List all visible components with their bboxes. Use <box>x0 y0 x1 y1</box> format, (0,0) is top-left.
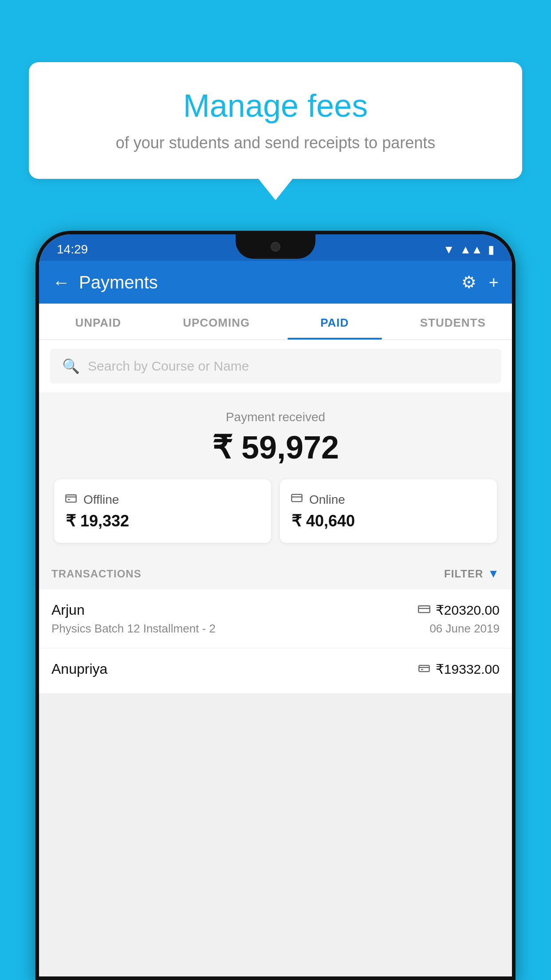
svg-rect-3 <box>419 665 429 672</box>
speech-bubble-container: Manage fees of your students and send re… <box>29 62 522 179</box>
transaction-date: 06 June 2019 <box>429 622 500 636</box>
online-amount: ₹ 40,640 <box>291 512 486 530</box>
status-icons: ▼ ▲▲ ▮ <box>443 243 494 257</box>
speech-bubble: Manage fees of your students and send re… <box>29 62 522 179</box>
background: Manage fees of your students and send re… <box>0 0 551 980</box>
wifi-icon: ▼ <box>443 243 455 257</box>
status-time: 14:29 <box>57 242 88 257</box>
tab-paid[interactable]: PAID <box>276 304 394 340</box>
cash-payment-icon <box>418 663 430 676</box>
transaction-list: Arjun ₹20320.00 Physics <box>39 589 512 693</box>
transaction-row-top: Anupriya ₹19332.00 <box>51 661 500 677</box>
phone-frame: 14:29 ▼ ▲▲ ▮ ← Payments ⚙ + <box>35 231 516 980</box>
transaction-amount-wrap: ₹19332.00 <box>418 661 500 677</box>
tabs-bar: UNPAID UPCOMING PAID STUDENTS <box>39 304 512 340</box>
filter-icon: ▼ <box>488 567 500 581</box>
transaction-amount-wrap: ₹20320.00 <box>418 602 500 618</box>
online-card-header: Online <box>291 492 486 507</box>
front-camera <box>271 242 280 252</box>
payment-received-label: Payment received <box>50 410 501 424</box>
offline-icon <box>65 492 77 507</box>
tab-unpaid[interactable]: UNPAID <box>39 304 157 340</box>
transaction-row-bottom: Physics Batch 12 Installment - 2 06 June… <box>51 622 500 636</box>
signal-icon: ▲▲ <box>460 243 483 257</box>
payment-summary: Payment received ₹ 59,972 <box>39 392 512 556</box>
online-payment-card: Online ₹ 40,640 <box>280 479 497 543</box>
search-icon: 🔍 <box>62 358 80 375</box>
battery-icon: ▮ <box>488 243 494 257</box>
tab-students[interactable]: STUDENTS <box>394 304 512 340</box>
header-left: ← Payments <box>52 273 158 292</box>
search-box[interactable]: 🔍 Search by Course or Name <box>50 349 501 383</box>
search-container: 🔍 Search by Course or Name <box>39 340 512 392</box>
table-row[interactable]: Arjun ₹20320.00 Physics <box>39 589 512 648</box>
offline-card-header: Offline <box>65 492 260 507</box>
transactions-header: TRANSACTIONS FILTER ▼ <box>39 556 512 589</box>
transaction-name: Arjun <box>51 602 85 618</box>
payment-cards: Offline ₹ 19,332 <box>50 479 501 543</box>
online-label: Online <box>309 493 345 507</box>
online-icon <box>291 492 303 507</box>
table-row[interactable]: Anupriya ₹19332.00 <box>39 648 512 693</box>
svg-rect-0 <box>66 495 76 502</box>
filter-button[interactable]: FILTER ▼ <box>444 567 500 581</box>
search-input[interactable]: Search by Course or Name <box>88 359 249 374</box>
header-right: ⚙ + <box>461 273 499 292</box>
transaction-amount: ₹19332.00 <box>436 661 500 677</box>
tab-upcoming[interactable]: UPCOMING <box>157 304 276 340</box>
offline-amount: ₹ 19,332 <box>65 512 260 530</box>
transactions-label: TRANSACTIONS <box>51 568 142 580</box>
card-payment-icon <box>418 604 430 616</box>
bubble-title: Manage fees <box>55 87 496 125</box>
settings-icon[interactable]: ⚙ <box>461 273 476 292</box>
add-button[interactable]: + <box>489 273 499 292</box>
filter-label: FILTER <box>444 568 483 580</box>
transaction-name: Anupriya <box>51 661 107 677</box>
payment-total-amount: ₹ 59,972 <box>50 429 501 466</box>
page-title: Payments <box>79 273 158 292</box>
offline-payment-card: Offline ₹ 19,332 <box>54 479 271 543</box>
bubble-subtitle: of your students and send receipts to pa… <box>55 134 496 152</box>
phone-screen: 14:29 ▼ ▲▲ ▮ ← Payments ⚙ + <box>39 234 512 976</box>
svg-rect-1 <box>291 494 302 502</box>
transaction-amount: ₹20320.00 <box>436 602 500 618</box>
transaction-row-top: Arjun ₹20320.00 <box>51 602 500 618</box>
svg-rect-2 <box>418 606 430 612</box>
app-header: ← Payments ⚙ + <box>39 261 512 304</box>
back-button[interactable]: ← <box>52 273 70 292</box>
offline-label: Offline <box>83 493 119 507</box>
transaction-detail: Physics Batch 12 Installment - 2 <box>51 622 216 636</box>
phone-notch <box>236 234 315 259</box>
